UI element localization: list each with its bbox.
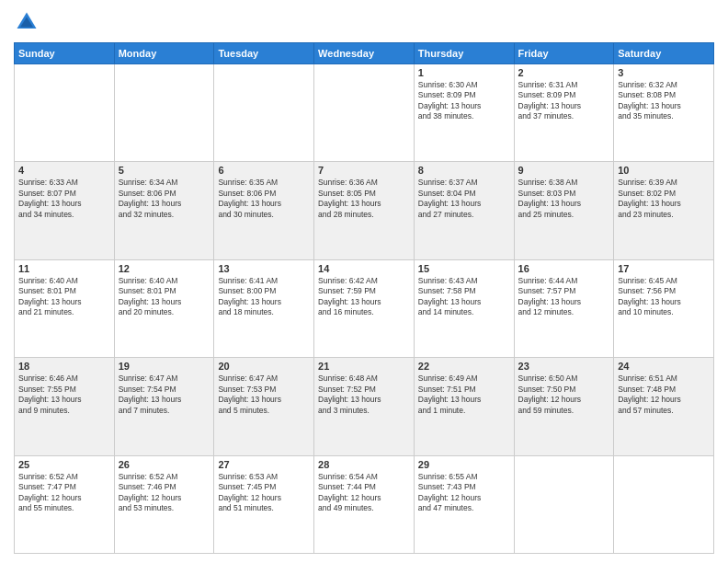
- day-info: Sunrise: 6:45 AM Sunset: 7:56 PM Dayligh…: [618, 276, 710, 318]
- calendar-cell: 13Sunrise: 6:41 AM Sunset: 8:00 PM Dayli…: [214, 259, 314, 357]
- day-info: Sunrise: 6:34 AM Sunset: 8:06 PM Dayligh…: [119, 178, 210, 220]
- day-info: Sunrise: 6:35 AM Sunset: 8:06 PM Dayligh…: [218, 178, 310, 220]
- calendar-cell: [214, 64, 314, 162]
- day-info: Sunrise: 6:52 AM Sunset: 7:47 PM Dayligh…: [18, 472, 110, 514]
- day-info: Sunrise: 6:54 AM Sunset: 7:44 PM Dayligh…: [318, 472, 410, 514]
- day-info: Sunrise: 6:51 AM Sunset: 7:48 PM Dayligh…: [618, 373, 710, 416]
- header-row: SundayMondayTuesdayWednesdayThursdayFrid…: [15, 43, 714, 64]
- day-number: 8: [418, 165, 510, 176]
- day-number: 10: [618, 165, 710, 176]
- day-number: 25: [18, 459, 110, 470]
- col-header-monday: Monday: [114, 43, 214, 64]
- day-info: Sunrise: 6:53 AM Sunset: 7:45 PM Dayligh…: [218, 472, 310, 514]
- calendar-cell: 2Sunrise: 6:31 AM Sunset: 8:09 PM Daylig…: [514, 64, 614, 162]
- day-info: Sunrise: 6:47 AM Sunset: 7:53 PM Dayligh…: [218, 373, 310, 416]
- calendar-cell: 1Sunrise: 6:30 AM Sunset: 8:09 PM Daylig…: [414, 64, 514, 162]
- day-number: 5: [119, 165, 210, 176]
- calendar-cell: 22Sunrise: 6:49 AM Sunset: 7:51 PM Dayli…: [414, 358, 514, 455]
- day-info: Sunrise: 6:40 AM Sunset: 8:01 PM Dayligh…: [18, 276, 110, 318]
- logo: [14, 9, 43, 35]
- calendar-cell: 6Sunrise: 6:35 AM Sunset: 8:06 PM Daylig…: [214, 162, 314, 259]
- day-info: Sunrise: 6:49 AM Sunset: 7:51 PM Dayligh…: [418, 373, 510, 416]
- day-number: 1: [418, 67, 510, 78]
- day-number: 2: [518, 67, 610, 78]
- calendar-cell: 23Sunrise: 6:50 AM Sunset: 7:50 PM Dayli…: [514, 358, 614, 455]
- day-info: Sunrise: 6:39 AM Sunset: 8:02 PM Dayligh…: [618, 178, 710, 220]
- calendar-cell: 8Sunrise: 6:37 AM Sunset: 8:04 PM Daylig…: [414, 162, 514, 259]
- day-info: Sunrise: 6:30 AM Sunset: 8:09 PM Dayligh…: [418, 80, 510, 122]
- day-info: Sunrise: 6:46 AM Sunset: 7:55 PM Dayligh…: [18, 373, 110, 416]
- day-info: Sunrise: 6:41 AM Sunset: 8:00 PM Dayligh…: [218, 276, 310, 318]
- col-header-saturday: Saturday: [614, 43, 714, 64]
- day-info: Sunrise: 6:38 AM Sunset: 8:03 PM Dayligh…: [518, 178, 610, 220]
- calendar-cell: 25Sunrise: 6:52 AM Sunset: 7:47 PM Dayli…: [15, 455, 115, 553]
- day-info: Sunrise: 6:33 AM Sunset: 8:07 PM Dayligh…: [18, 178, 110, 220]
- calendar-cell: 4Sunrise: 6:33 AM Sunset: 8:07 PM Daylig…: [15, 162, 115, 259]
- week-row-1: 1Sunrise: 6:30 AM Sunset: 8:09 PM Daylig…: [15, 64, 714, 162]
- day-number: 16: [518, 263, 610, 274]
- day-number: 28: [318, 459, 410, 470]
- calendar-cell: 26Sunrise: 6:52 AM Sunset: 7:46 PM Dayli…: [114, 455, 214, 553]
- calendar-cell: 5Sunrise: 6:34 AM Sunset: 8:06 PM Daylig…: [114, 162, 214, 259]
- calendar-cell: 21Sunrise: 6:48 AM Sunset: 7:52 PM Dayli…: [314, 358, 415, 455]
- day-number: 22: [418, 361, 510, 372]
- day-number: 13: [218, 263, 310, 274]
- calendar-cell: 29Sunrise: 6:55 AM Sunset: 7:43 PM Dayli…: [414, 455, 514, 553]
- logo-icon: [14, 9, 40, 35]
- col-header-wednesday: Wednesday: [314, 43, 415, 64]
- calendar-cell: 18Sunrise: 6:46 AM Sunset: 7:55 PM Dayli…: [15, 358, 115, 455]
- day-info: Sunrise: 6:47 AM Sunset: 7:54 PM Dayligh…: [119, 373, 210, 416]
- col-header-sunday: Sunday: [15, 43, 115, 64]
- col-header-tuesday: Tuesday: [214, 43, 314, 64]
- calendar-cell: 19Sunrise: 6:47 AM Sunset: 7:54 PM Dayli…: [114, 358, 214, 455]
- day-number: 14: [318, 263, 410, 274]
- calendar-cell: [15, 64, 115, 162]
- day-number: 23: [518, 361, 610, 372]
- day-number: 6: [218, 165, 310, 176]
- col-header-thursday: Thursday: [414, 43, 514, 64]
- calendar-cell: [514, 455, 614, 553]
- calendar-cell: 17Sunrise: 6:45 AM Sunset: 7:56 PM Dayli…: [614, 259, 714, 357]
- calendar-cell: 20Sunrise: 6:47 AM Sunset: 7:53 PM Dayli…: [214, 358, 314, 455]
- header: [14, 9, 714, 35]
- day-number: 24: [618, 361, 710, 372]
- day-info: Sunrise: 6:31 AM Sunset: 8:09 PM Dayligh…: [518, 80, 610, 122]
- day-info: Sunrise: 6:50 AM Sunset: 7:50 PM Dayligh…: [518, 373, 610, 416]
- day-number: 9: [518, 165, 610, 176]
- calendar-cell: 9Sunrise: 6:38 AM Sunset: 8:03 PM Daylig…: [514, 162, 614, 259]
- week-row-3: 11Sunrise: 6:40 AM Sunset: 8:01 PM Dayli…: [15, 259, 714, 357]
- calendar-cell: [114, 64, 214, 162]
- calendar-cell: [614, 455, 714, 553]
- day-number: 12: [119, 263, 210, 274]
- col-header-friday: Friday: [514, 43, 614, 64]
- day-number: 27: [218, 459, 310, 470]
- calendar-cell: 11Sunrise: 6:40 AM Sunset: 8:01 PM Dayli…: [15, 259, 115, 357]
- day-info: Sunrise: 6:52 AM Sunset: 7:46 PM Dayligh…: [119, 472, 210, 514]
- day-number: 18: [18, 361, 110, 372]
- page: SundayMondayTuesdayWednesdayThursdayFrid…: [0, 0, 728, 563]
- day-info: Sunrise: 6:44 AM Sunset: 7:57 PM Dayligh…: [518, 276, 610, 318]
- day-info: Sunrise: 6:36 AM Sunset: 8:05 PM Dayligh…: [318, 178, 410, 220]
- day-number: 11: [18, 263, 110, 274]
- day-number: 7: [318, 165, 410, 176]
- week-row-2: 4Sunrise: 6:33 AM Sunset: 8:07 PM Daylig…: [15, 162, 714, 259]
- week-row-5: 25Sunrise: 6:52 AM Sunset: 7:47 PM Dayli…: [15, 455, 714, 553]
- day-number: 4: [18, 165, 110, 176]
- calendar-table: SundayMondayTuesdayWednesdayThursdayFrid…: [14, 42, 714, 554]
- day-number: 19: [119, 361, 210, 372]
- calendar-cell: 27Sunrise: 6:53 AM Sunset: 7:45 PM Dayli…: [214, 455, 314, 553]
- day-number: 17: [618, 263, 710, 274]
- calendar-cell: 15Sunrise: 6:43 AM Sunset: 7:58 PM Dayli…: [414, 259, 514, 357]
- calendar-cell: 16Sunrise: 6:44 AM Sunset: 7:57 PM Dayli…: [514, 259, 614, 357]
- day-number: 20: [218, 361, 310, 372]
- calendar-cell: 3Sunrise: 6:32 AM Sunset: 8:08 PM Daylig…: [614, 64, 714, 162]
- calendar-cell: 10Sunrise: 6:39 AM Sunset: 8:02 PM Dayli…: [614, 162, 714, 259]
- day-info: Sunrise: 6:43 AM Sunset: 7:58 PM Dayligh…: [418, 276, 510, 318]
- day-info: Sunrise: 6:42 AM Sunset: 7:59 PM Dayligh…: [318, 276, 410, 318]
- calendar-cell: 28Sunrise: 6:54 AM Sunset: 7:44 PM Dayli…: [314, 455, 415, 553]
- day-number: 15: [418, 263, 510, 274]
- calendar-cell: 14Sunrise: 6:42 AM Sunset: 7:59 PM Dayli…: [314, 259, 415, 357]
- day-info: Sunrise: 6:55 AM Sunset: 7:43 PM Dayligh…: [418, 472, 510, 514]
- day-number: 26: [119, 459, 210, 470]
- calendar-cell: 12Sunrise: 6:40 AM Sunset: 8:01 PM Dayli…: [114, 259, 214, 357]
